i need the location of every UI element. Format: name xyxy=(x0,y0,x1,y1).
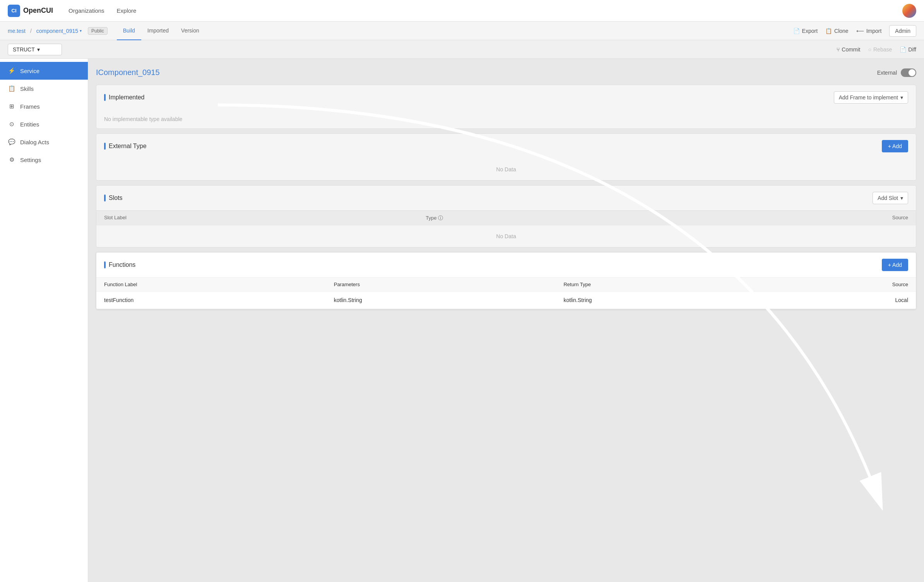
commit-label: Commit xyxy=(842,46,860,53)
func-label: testFunction xyxy=(104,297,334,303)
avatar[interactable] xyxy=(902,4,916,18)
nav-explore[interactable]: Explore xyxy=(117,7,137,14)
entities-icon: ⊙ xyxy=(8,120,15,128)
external-type-section: External Type + Add No Data xyxy=(96,133,916,181)
sidebar-item-dialog-acts[interactable]: 💬 Dialog Acts xyxy=(0,133,88,151)
import-label: Import xyxy=(866,28,882,34)
function-row: testFunction kotlin.String kotlin.String… xyxy=(96,292,916,309)
func-return-type: kotlin.String xyxy=(563,297,793,303)
sub-nav-tabs: Build Imported Version xyxy=(117,22,205,40)
public-badge: Public xyxy=(88,27,108,35)
rebase-icon: ○ xyxy=(868,46,871,53)
rebase-button[interactable]: ○ Rebase xyxy=(868,46,892,53)
struct-selector[interactable]: STRUCT ▾ xyxy=(8,44,62,55)
external-type-header: External Type + Add xyxy=(96,134,916,159)
struct-chevron-icon: ▾ xyxy=(37,46,40,53)
sidebar-dialog-acts-label: Dialog Acts xyxy=(20,139,49,145)
add-function-button[interactable]: + Add xyxy=(882,259,908,271)
functions-section: Functions + Add Function Label Parameter… xyxy=(96,252,916,309)
diff-button[interactable]: 📄 Diff xyxy=(900,46,916,53)
slots-title-text: Slots xyxy=(109,195,123,201)
chevron-down-icon: ▾ xyxy=(80,29,82,33)
skills-icon: 📋 xyxy=(8,85,15,92)
add-slot-chevron-icon: ▾ xyxy=(900,195,903,201)
logo-icon: CI xyxy=(8,5,20,17)
breadcrumb-user[interactable]: me.test xyxy=(8,28,26,34)
tab-build[interactable]: Build xyxy=(117,22,141,40)
component-selector[interactable]: component_0915 ▾ xyxy=(36,28,82,34)
nav-links: Organizations Explore xyxy=(68,7,902,14)
implemented-title-text: Implemented xyxy=(109,94,145,101)
slots-title: Slots xyxy=(104,195,123,201)
sidebar-item-skills[interactable]: 📋 Skills xyxy=(0,80,88,97)
component-name: component_0915 xyxy=(36,28,78,34)
sidebar-item-entities[interactable]: ⊙ Entities xyxy=(0,115,88,133)
func-col-label-header: Function Label xyxy=(104,282,334,287)
import-icon: ⟵ xyxy=(856,28,864,34)
frames-icon: ⊞ xyxy=(8,102,15,110)
sidebar-item-settings[interactable]: ⚙ Settings xyxy=(0,151,88,169)
func-params: kotlin.String xyxy=(334,297,564,303)
func-col-source-header: Source xyxy=(793,282,908,287)
slots-col-source: Source xyxy=(747,215,908,222)
sub-nav: me.test / component_0915 ▾ Public Build … xyxy=(0,22,924,40)
sidebar: ⚡ Service 📋 Skills ⊞ Frames ⊙ Entities 💬… xyxy=(0,59,88,582)
func-col-params-header: Parameters xyxy=(334,282,564,287)
sidebar-item-service[interactable]: ⚡ Service xyxy=(0,62,88,80)
clone-icon: 📋 xyxy=(825,28,832,34)
export-button[interactable]: 📄 Export xyxy=(793,28,818,34)
dialog-acts-icon: 💬 xyxy=(8,138,15,146)
logo-area: CI OpenCUI xyxy=(8,5,53,17)
sidebar-skills-label: Skills xyxy=(20,85,34,92)
slots-header: Slots Add Slot ▾ xyxy=(96,186,916,210)
clone-button[interactable]: 📋 Clone xyxy=(825,28,849,34)
diff-icon: 📄 xyxy=(900,46,906,53)
external-toggle: External xyxy=(877,68,916,77)
func-source: Local xyxy=(793,297,908,303)
slots-no-data: No Data xyxy=(96,225,916,247)
import-button[interactable]: ⟵ Import xyxy=(856,28,882,34)
implemented-bar xyxy=(104,94,106,101)
struct-label: STRUCT xyxy=(13,46,35,53)
admin-button[interactable]: Admin xyxy=(889,25,916,37)
export-icon: 📄 xyxy=(793,28,800,34)
functions-bar xyxy=(104,261,106,268)
add-frame-label: Add Frame to implement xyxy=(839,94,898,101)
external-label: External xyxy=(877,70,897,76)
nav-organizations[interactable]: Organizations xyxy=(68,7,104,14)
slots-bar xyxy=(104,195,106,201)
functions-header: Functions + Add xyxy=(96,253,916,277)
external-type-title-text: External Type xyxy=(109,143,147,150)
add-frame-button[interactable]: Add Frame to implement ▾ xyxy=(834,91,908,104)
sidebar-settings-label: Settings xyxy=(20,157,41,163)
add-slot-button[interactable]: Add Slot ▾ xyxy=(873,192,908,204)
toolbar-right: ⑂ Commit ○ Rebase 📄 Diff xyxy=(837,46,916,53)
external-type-bar xyxy=(104,143,106,150)
diff-label: Diff xyxy=(908,46,916,53)
sidebar-frames-label: Frames xyxy=(20,103,40,110)
breadcrumb-separator: / xyxy=(30,28,32,34)
sub-nav-actions: 📄 Export 📋 Clone ⟵ Import Admin xyxy=(793,25,916,37)
add-slot-label: Add Slot xyxy=(878,195,898,201)
layout: ⚡ Service 📋 Skills ⊞ Frames ⊙ Entities 💬… xyxy=(0,59,924,582)
tab-imported[interactable]: Imported xyxy=(141,22,175,40)
component-header: IComponent_0915 External xyxy=(96,67,916,80)
app-name: OpenCUI xyxy=(23,7,53,15)
sidebar-service-label: Service xyxy=(20,68,39,74)
sidebar-entities-label: Entities xyxy=(20,121,39,128)
toggle-knob xyxy=(909,69,915,76)
slots-col-label: Slot Label xyxy=(104,215,426,222)
sidebar-item-frames[interactable]: ⊞ Frames xyxy=(0,97,88,115)
settings-icon: ⚙ xyxy=(8,156,15,164)
functions-title: Functions xyxy=(104,261,135,268)
slots-section: Slots Add Slot ▾ Slot Label Type ⓘ Sourc… xyxy=(96,185,916,247)
external-toggle-switch[interactable] xyxy=(901,68,916,77)
tab-version[interactable]: Version xyxy=(175,22,205,40)
commit-icon: ⑂ xyxy=(837,46,840,53)
add-external-type-button[interactable]: + Add xyxy=(882,140,908,152)
func-col-return-header: Return Type xyxy=(563,282,793,287)
external-type-title: External Type xyxy=(104,143,147,150)
component-title: IComponent_0915 xyxy=(96,68,160,77)
commit-button[interactable]: ⑂ Commit xyxy=(837,46,860,53)
functions-title-text: Functions xyxy=(109,261,135,268)
